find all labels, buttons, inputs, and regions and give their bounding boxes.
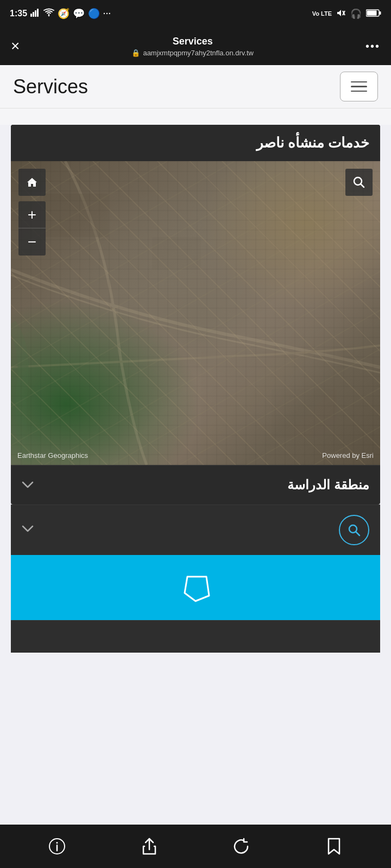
app-icon-safari: 🧭 bbox=[58, 8, 70, 20]
study-area-chevron-icon bbox=[22, 479, 34, 492]
app-icon-messages: 💬 bbox=[73, 8, 85, 20]
more-button[interactable]: ••• bbox=[365, 40, 380, 53]
search-panel-row[interactable] bbox=[11, 505, 380, 555]
nav-center: Services 🔒 aamjxmtpqpmy7ahy2tnfla.on.drv… bbox=[131, 36, 254, 57]
map-search-button[interactable] bbox=[345, 169, 373, 196]
svg-rect-11 bbox=[201, 351, 380, 465]
svg-rect-3 bbox=[37, 9, 39, 17]
map-container: خدمات منشأه ناصر bbox=[11, 125, 380, 505]
map-home-button[interactable] bbox=[18, 169, 46, 196]
svg-rect-8 bbox=[380, 11, 381, 15]
map-header: خدمات منشأه ناصر bbox=[11, 125, 380, 161]
search-row-chevron-icon bbox=[22, 525, 34, 535]
attribution-right: Powered by Esri bbox=[322, 451, 374, 459]
study-area-title: منطقة الدراسة bbox=[287, 477, 369, 493]
nav-url: 🔒 aamjxmtpqpmy7ahy2tnfla.on.drv.tw bbox=[131, 49, 254, 57]
signal-icon bbox=[30, 8, 40, 19]
battery-icon bbox=[366, 9, 381, 18]
hamburger-line-3 bbox=[351, 91, 367, 92]
map-zoom-in-button[interactable]: + bbox=[18, 201, 46, 228]
browser-navbar: × Services 🔒 aamjxmtpqpmy7ahy2tnfla.on.d… bbox=[0, 27, 391, 65]
hamburger-line-1 bbox=[351, 81, 367, 83]
svg-rect-2 bbox=[35, 10, 36, 17]
svg-rect-7 bbox=[367, 10, 377, 15]
close-button[interactable]: × bbox=[11, 37, 20, 55]
satellite-map[interactable]: + − Earthstar Geographics Powered by Esr… bbox=[11, 161, 380, 465]
hamburger-line-2 bbox=[351, 86, 367, 87]
svg-point-21 bbox=[56, 842, 58, 844]
headphone-icon: 🎧 bbox=[350, 8, 362, 20]
spacer bbox=[0, 108, 391, 125]
svg-rect-1 bbox=[33, 12, 34, 17]
svg-rect-9 bbox=[11, 367, 41, 465]
map-overlay-roads bbox=[11, 161, 380, 465]
url-text[interactable]: aamjxmtpqpmy7ahy2tnfla.on.drv.tw bbox=[143, 49, 254, 57]
page-title: Services bbox=[13, 75, 88, 98]
svg-line-16 bbox=[361, 184, 364, 187]
map-area[interactable]: + − Earthstar Geographics Powered by Esr… bbox=[11, 161, 380, 465]
hamburger-menu-button[interactable] bbox=[340, 72, 378, 101]
svg-rect-12 bbox=[43, 194, 109, 237]
svg-line-18 bbox=[356, 532, 360, 536]
share-button[interactable] bbox=[133, 830, 166, 863]
study-area-panel-row[interactable]: منطقة الدراسة bbox=[11, 465, 380, 505]
search-circle-icon bbox=[348, 524, 361, 537]
map-header-title: خدمات منشأه ناصر bbox=[22, 135, 369, 151]
reload-icon bbox=[233, 838, 250, 855]
svg-rect-14 bbox=[272, 389, 337, 438]
status-bar: 1:35 🧭 💬 🔵 ··· Vo LTE bbox=[0, 0, 391, 27]
zoom-out-label: − bbox=[28, 234, 36, 250]
bookmark-icon bbox=[327, 838, 341, 855]
mute-icon bbox=[336, 9, 346, 19]
status-dots: ··· bbox=[103, 9, 111, 18]
map-controls: + − bbox=[18, 169, 46, 256]
bookmark-button[interactable] bbox=[318, 830, 350, 863]
bottom-panel-row bbox=[11, 620, 380, 653]
lock-icon: 🔒 bbox=[131, 49, 140, 57]
nav-title: Services bbox=[173, 36, 213, 47]
svg-rect-13 bbox=[152, 237, 201, 270]
bottom-browser-bar bbox=[0, 825, 391, 868]
search-icon bbox=[353, 176, 365, 188]
page-header: Services bbox=[0, 65, 391, 108]
lte-label: Vo LTE bbox=[312, 11, 332, 17]
info-icon bbox=[48, 838, 66, 855]
attribution-left: Earthstar Geographics bbox=[17, 451, 88, 459]
info-button[interactable] bbox=[41, 830, 73, 863]
svg-rect-0 bbox=[30, 14, 32, 17]
wifi-icon bbox=[43, 8, 54, 19]
bottom-spacer bbox=[0, 653, 391, 696]
status-right: Vo LTE 🎧 bbox=[312, 8, 381, 20]
map-zoom-out-button[interactable]: − bbox=[18, 228, 46, 256]
home-icon bbox=[26, 176, 38, 188]
blue-panel-row[interactable] bbox=[11, 555, 380, 620]
svg-point-15 bbox=[354, 177, 362, 185]
polygon-icon bbox=[179, 571, 212, 604]
time-display: 1:35 bbox=[10, 9, 27, 18]
zoom-in-label: + bbox=[28, 207, 36, 222]
svg-rect-10 bbox=[228, 194, 380, 302]
share-icon bbox=[141, 838, 157, 855]
status-left: 1:35 🧭 💬 🔵 ··· bbox=[10, 8, 111, 20]
reload-button[interactable] bbox=[225, 830, 258, 863]
app-icon-chrome: 🔵 bbox=[88, 8, 100, 20]
search-circle-button[interactable] bbox=[339, 515, 369, 545]
